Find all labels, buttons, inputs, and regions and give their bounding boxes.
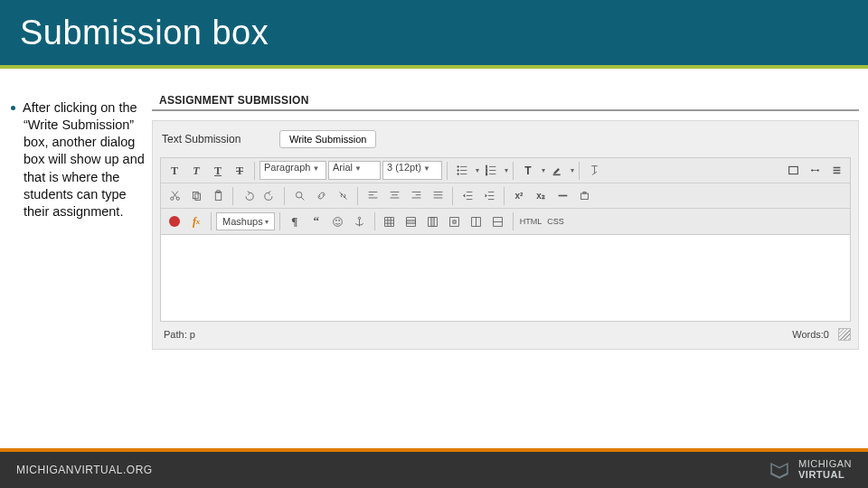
bullet-column: After clicking on the “Write Submission”… <box>0 85 152 419</box>
brand-text: MICHIGANVIRTUAL <box>798 459 852 480</box>
svg-rect-42 <box>580 193 588 200</box>
link-button[interactable] <box>311 186 331 206</box>
align-left-button[interactable] <box>363 186 382 206</box>
svg-rect-13 <box>788 166 797 174</box>
align-right-button[interactable] <box>406 186 426 206</box>
editor-textarea[interactable] <box>160 235 851 322</box>
anchor-button[interactable] <box>350 211 370 231</box>
table-col-button[interactable] <box>423 211 443 231</box>
path-display: Path: p <box>160 329 195 340</box>
paste-button[interactable] <box>208 186 228 206</box>
record-button[interactable] <box>165 211 184 231</box>
smiley-button[interactable] <box>328 211 348 231</box>
help-icon[interactable] <box>805 161 825 181</box>
table-merge-button[interactable] <box>467 211 486 231</box>
paragraph-select[interactable]: Paragraph▼ <box>259 161 326 180</box>
italic-button[interactable]: T <box>186 161 206 181</box>
superscript-button[interactable]: x² <box>509 186 529 206</box>
slide-footer: MICHIGANVIRTUAL.ORG MICHIGANVIRTUAL <box>0 448 868 488</box>
brand-logo-icon <box>768 458 791 482</box>
subscript-button[interactable]: x₂ <box>531 186 551 206</box>
collapse-icon[interactable]: ☰ <box>826 161 846 181</box>
size-select[interactable]: 3 (12pt)▼ <box>382 161 442 180</box>
svg-point-0 <box>457 166 458 168</box>
write-submission-button[interactable]: Write Submission <box>279 130 376 148</box>
slide-header: Submission box <box>0 0 868 65</box>
svg-text:3: 3 <box>486 172 487 176</box>
text-submission-label: Text Submission <box>153 133 279 145</box>
unlink-button[interactable] <box>333 186 353 206</box>
slide-title: Submission box <box>20 14 269 52</box>
svg-rect-48 <box>385 217 394 226</box>
strike-button[interactable]: T <box>230 161 250 181</box>
html-label[interactable]: HTML <box>518 217 544 226</box>
align-center-button[interactable] <box>384 186 404 206</box>
function-button[interactable]: fx <box>186 211 206 231</box>
clear-button[interactable] <box>574 186 594 206</box>
svg-point-45 <box>339 220 340 221</box>
svg-point-43 <box>334 217 343 226</box>
svg-rect-12 <box>552 174 560 176</box>
undo-button[interactable] <box>238 186 258 206</box>
find-button[interactable] <box>289 186 309 206</box>
svg-point-44 <box>336 220 337 221</box>
bullet-text: After clicking on the “Write Submission”… <box>23 100 145 219</box>
svg-point-46 <box>358 217 360 219</box>
resize-grip-icon[interactable] <box>838 328 851 341</box>
outdent-button[interactable] <box>458 186 477 206</box>
svg-rect-58 <box>453 220 456 222</box>
bullet-dot <box>11 106 15 110</box>
mashups-select[interactable]: Mashups▾ <box>216 212 275 230</box>
table-cell-button[interactable] <box>445 211 465 231</box>
underline-button[interactable]: T <box>208 161 228 181</box>
quote-button[interactable]: “ <box>307 211 326 231</box>
css-label[interactable]: CSS <box>545 217 566 226</box>
word-count: Words:0 <box>792 329 833 340</box>
text-color-button[interactable]: T <box>518 161 538 181</box>
pilcrow-button[interactable]: ¶ <box>285 211 305 231</box>
section-heading: ASSIGNMENT SUBMISSION <box>152 90 859 111</box>
bold-button[interactable]: T <box>165 161 184 181</box>
redo-button[interactable] <box>259 186 279 206</box>
bulleted-list-button[interactable] <box>452 161 472 181</box>
footer-url: MICHIGANVIRTUAL.ORG <box>16 464 153 476</box>
svg-rect-56 <box>431 217 434 226</box>
svg-point-22 <box>296 192 302 198</box>
editor-toolbar: T T T T Paragraph▼ Arial▼ 3 (12pt)▼ ▾ 12… <box>160 157 851 235</box>
indent-button[interactable] <box>479 186 499 206</box>
remove-format-button[interactable] <box>584 161 604 181</box>
screenshot-region: ASSIGNMENT SUBMISSION Text Submission Wr… <box>152 85 868 419</box>
svg-rect-54 <box>407 220 416 222</box>
svg-rect-20 <box>215 192 222 200</box>
fullscreen-button[interactable] <box>783 161 803 181</box>
font-select[interactable]: Arial▼ <box>328 161 381 180</box>
table-button[interactable] <box>380 211 400 231</box>
svg-point-4 <box>457 174 458 175</box>
table-split-button[interactable] <box>488 211 508 231</box>
svg-point-2 <box>457 170 458 172</box>
copy-button[interactable] <box>186 186 206 206</box>
numbered-list-button[interactable]: 123 <box>481 161 501 181</box>
cut-button[interactable] <box>165 186 184 206</box>
highlight-color-button[interactable] <box>547 161 567 181</box>
align-justify-button[interactable] <box>428 186 448 206</box>
hr-button[interactable] <box>552 186 572 206</box>
table-row-button[interactable] <box>401 211 421 231</box>
